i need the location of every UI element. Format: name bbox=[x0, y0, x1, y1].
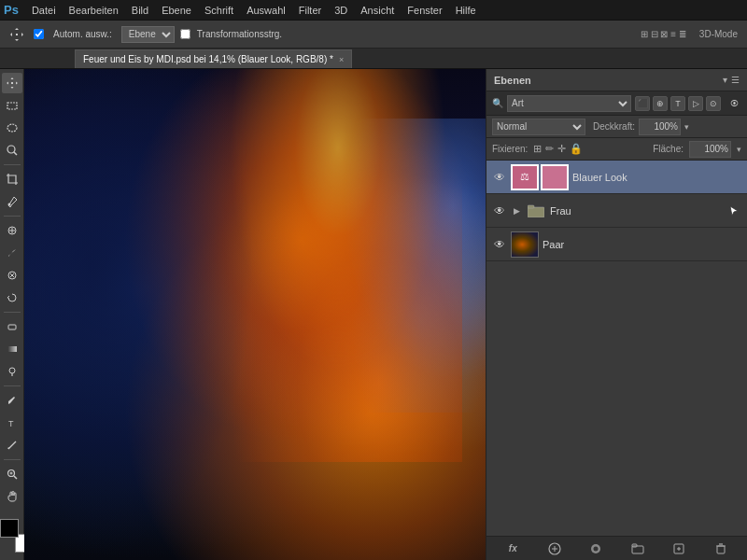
layer-thumb-paar bbox=[511, 231, 539, 258]
lock-all-icon[interactable]: 🔒 bbox=[570, 143, 583, 155]
lock-position-icon[interactable]: ✛ bbox=[557, 143, 566, 155]
layer-name-frau: Frau bbox=[550, 205, 725, 217]
svg-rect-10 bbox=[7, 346, 17, 352]
canvas-area[interactable] bbox=[24, 69, 486, 560]
svg-line-15 bbox=[14, 476, 17, 479]
transform-label: Transformationsstrg. bbox=[193, 27, 286, 41]
menu-auswahl[interactable]: Auswahl bbox=[241, 3, 291, 18]
layer-visibility-frau[interactable]: 👁 bbox=[492, 203, 507, 218]
layer-mask-thumb bbox=[541, 164, 569, 190]
layer-adjustment-thumb: ⚖ bbox=[511, 164, 539, 190]
tool-heal[interactable] bbox=[2, 220, 22, 241]
layer-expand-frau[interactable]: ▶ bbox=[511, 205, 522, 217]
svg-rect-9 bbox=[8, 325, 16, 329]
menu-bearbeiten[interactable]: Bearbeiten bbox=[63, 3, 124, 18]
dark-figure-overlay bbox=[24, 69, 255, 560]
fill-label: Fläche: bbox=[653, 144, 684, 154]
layer-mode-select[interactable]: Ebene bbox=[121, 26, 175, 43]
filter-smart-btn[interactable]: ⊙ bbox=[706, 96, 721, 111]
layer-visibility-paar[interactable]: 👁 bbox=[492, 237, 507, 252]
tool-zoom[interactable] bbox=[2, 464, 22, 484]
tool-eraser[interactable] bbox=[2, 316, 22, 337]
fill-arrow[interactable]: ▾ bbox=[737, 145, 741, 154]
svg-point-22 bbox=[594, 546, 599, 551]
tool-select-rect[interactable] bbox=[2, 95, 22, 116]
layer-row-frau[interactable]: 👁 ▶ Frau bbox=[486, 194, 747, 228]
lock-icons-group: ⊞ ✏ ✛ 🔒 bbox=[533, 143, 583, 155]
layers-blend-row: Normal Deckkraft: ▾ bbox=[486, 116, 747, 138]
filter-shape-btn[interactable]: ▷ bbox=[688, 96, 703, 111]
layer-name-paar: Paar bbox=[543, 239, 741, 250]
tool-eyedropper[interactable] bbox=[2, 191, 22, 212]
tool-clone[interactable] bbox=[2, 265, 22, 286]
tool-path-select[interactable] bbox=[2, 435, 22, 455]
delete-layer-button[interactable] bbox=[712, 539, 730, 558]
svg-text:T: T bbox=[8, 419, 14, 428]
add-mask-button[interactable] bbox=[545, 539, 564, 558]
tool-hand[interactable] bbox=[2, 486, 22, 507]
tool-history[interactable] bbox=[2, 287, 22, 308]
adjustment-button[interactable] bbox=[586, 539, 605, 558]
tool-dodge[interactable] bbox=[2, 361, 22, 382]
tool-brush[interactable] bbox=[2, 243, 22, 263]
filter-adjustment-btn[interactable]: ⊕ bbox=[653, 96, 668, 111]
svg-point-2 bbox=[7, 146, 15, 153]
tool-separator-2 bbox=[4, 216, 21, 217]
layers-kind-select[interactable]: Art bbox=[507, 95, 631, 112]
layers-panel-collapse[interactable]: ▾ bbox=[723, 75, 727, 85]
lock-image-icon[interactable]: ✏ bbox=[545, 143, 554, 155]
cursor-indicator bbox=[728, 204, 741, 217]
svg-rect-0 bbox=[7, 103, 17, 109]
menu-ansicht[interactable]: Ansicht bbox=[355, 3, 400, 18]
menu-3d[interactable]: 3D bbox=[329, 3, 353, 18]
filter-type-btn[interactable]: T bbox=[670, 96, 685, 111]
menu-hilfe[interactable]: Hilfe bbox=[450, 3, 482, 18]
menu-ebene[interactable]: Ebene bbox=[156, 3, 197, 18]
auto-select-checkbox[interactable] bbox=[34, 29, 44, 39]
filter-toggle-btn[interactable]: ⦿ bbox=[726, 96, 741, 111]
layers-panel-header: Ebenen ▾ ☰ bbox=[486, 69, 747, 91]
add-group-button[interactable] bbox=[628, 539, 647, 558]
menu-schrift[interactable]: Schrift bbox=[199, 3, 239, 18]
layers-lock-row: Fixieren: ⊞ ✏ ✛ 🔒 Fläche: ▾ bbox=[486, 138, 747, 161]
move-tool-icon bbox=[6, 25, 28, 44]
tool-crop[interactable] bbox=[2, 169, 22, 189]
tool-gradient[interactable] bbox=[2, 339, 22, 359]
layers-panel-title: Ebenen bbox=[494, 75, 531, 86]
menu-bild[interactable]: Bild bbox=[126, 3, 154, 18]
tool-lasso[interactable] bbox=[2, 118, 22, 138]
tool-pen[interactable] bbox=[2, 390, 22, 411]
transform-checkbox[interactable] bbox=[180, 29, 190, 39]
blend-mode-select[interactable]: Normal bbox=[492, 119, 585, 135]
tab-title: Feuer und Eis by MDI.psd bei 14,1% (Blau… bbox=[83, 54, 333, 64]
new-layer-button[interactable] bbox=[669, 539, 688, 558]
menu-fenster[interactable]: Fenster bbox=[402, 3, 447, 18]
svg-point-4 bbox=[7, 203, 10, 206]
lock-transparent-icon[interactable]: ⊞ bbox=[533, 143, 542, 155]
layers-panel-menu[interactable]: ☰ bbox=[731, 75, 740, 85]
layer-visibility-blauer-look[interactable]: 👁 bbox=[492, 170, 507, 185]
tool-separator-4 bbox=[4, 385, 21, 386]
tool-type[interactable]: T bbox=[2, 413, 22, 433]
tools-panel: T bbox=[0, 69, 24, 560]
tool-quick-select[interactable] bbox=[2, 140, 22, 161]
filter-pixel-btn[interactable]: ⬛ bbox=[635, 96, 650, 111]
menu-datei[interactable]: Datei bbox=[26, 3, 62, 18]
tab-close-button[interactable]: × bbox=[339, 55, 344, 64]
document-tab[interactable]: Feuer und Eis by MDI.psd bei 14,1% (Blau… bbox=[75, 49, 352, 68]
auto-select-label: Autom. ausw.: bbox=[49, 27, 116, 41]
main-layout: T bbox=[0, 69, 747, 560]
toolbar-align-icons: ⊞ ⊟ ⊠ ≡ ≣ bbox=[641, 29, 686, 39]
opacity-arrow[interactable]: ▾ bbox=[684, 122, 689, 132]
layer-row-paar[interactable]: 👁 Paar bbox=[486, 228, 747, 261]
foreground-color-swatch[interactable] bbox=[0, 519, 19, 538]
layer-row-blauer-look[interactable]: 👁 ⚖ Blauer Look bbox=[486, 161, 747, 194]
layers-search-icon: 🔍 bbox=[492, 98, 503, 108]
menu-filter[interactable]: Filter bbox=[293, 3, 327, 18]
layers-footer: fx bbox=[486, 536, 747, 560]
fx-button[interactable]: fx bbox=[503, 539, 522, 558]
fill-input[interactable] bbox=[689, 141, 731, 158]
opacity-input[interactable] bbox=[639, 119, 681, 135]
tool-move[interactable] bbox=[2, 73, 22, 93]
tab-bar: Feuer und Eis by MDI.psd bei 14,1% (Blau… bbox=[0, 49, 747, 69]
